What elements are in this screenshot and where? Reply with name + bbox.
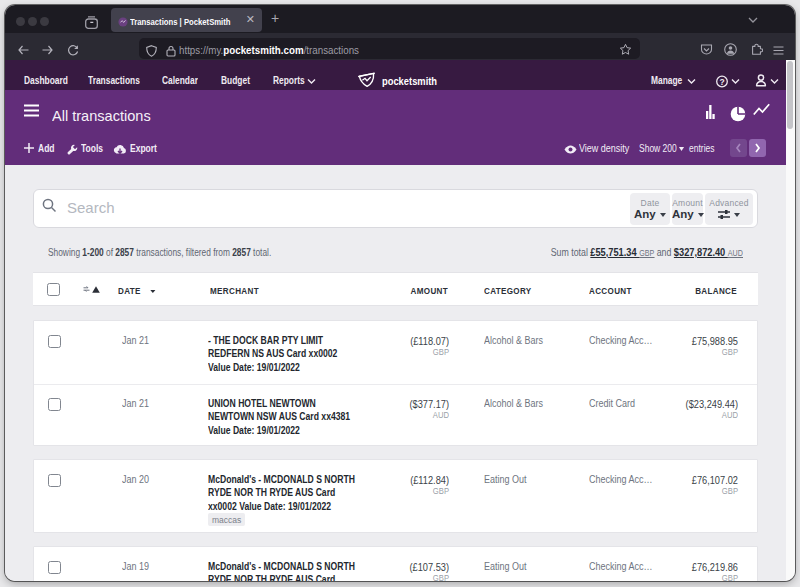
svg-text:?: ? — [719, 77, 724, 87]
